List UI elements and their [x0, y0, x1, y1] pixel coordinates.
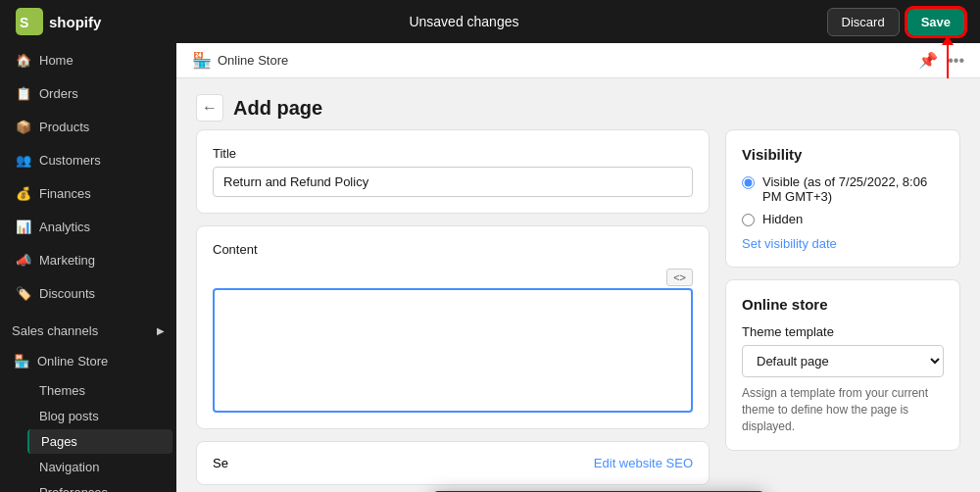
- source-button[interactable]: <>: [666, 269, 693, 286]
- online-store-label: Online Store: [37, 354, 108, 369]
- preferences-label: Preferences: [39, 485, 108, 492]
- discard-button[interactable]: Discard: [827, 8, 900, 36]
- topbar-actions: Discard Save: [827, 8, 964, 36]
- store-icon: 🏪: [192, 51, 212, 70]
- blog-posts-label: Blog posts: [39, 409, 99, 423]
- sidebar-item-navigation[interactable]: Navigation: [27, 455, 172, 479]
- layout: 🏠 Home 📋 Orders 📦 Products 👥 Customers 💰…: [0, 43, 980, 492]
- sidebar-item-customers[interactable]: 👥 Customers: [4, 144, 172, 175]
- theme-template-select[interactable]: Default page: [742, 345, 944, 377]
- save-button[interactable]: Save: [907, 9, 964, 35]
- online-store-card: Online store Theme template Default page…: [725, 279, 960, 451]
- orders-icon: 📋: [16, 85, 31, 101]
- title-input[interactable]: [213, 167, 693, 197]
- breadcrumb-text: Online Store: [218, 53, 288, 68]
- radio-visible-label: Visible (as of 7/25/2022, 8:06 PM GMT+3): [762, 174, 944, 204]
- sidebar-item-home[interactable]: 🏠 Home: [4, 44, 172, 75]
- finances-icon: 💰: [16, 185, 31, 201]
- side-panel: Visibility Visible (as of 7/25/2022, 8:0…: [725, 129, 960, 492]
- svg-text:S: S: [20, 15, 28, 30]
- radio-visible: Visible (as of 7/25/2022, 8:06 PM GMT+3): [742, 174, 944, 204]
- customers-icon: 👥: [16, 152, 31, 168]
- sidebar-item-analytics[interactable]: 📊 Analytics: [4, 211, 172, 242]
- sales-channels-label: Sales channels: [12, 323, 98, 338]
- breadcrumb-actions: 📌 •••: [918, 51, 964, 70]
- theme-template-label: Theme template: [742, 324, 944, 339]
- sidebar-item-marketing[interactable]: 📣 Marketing: [4, 244, 172, 275]
- sidebar-item-customers-label: Customers: [39, 153, 101, 168]
- sidebar-item-products-label: Products: [39, 120, 89, 134]
- sidebar-sub: Themes Blog posts Pages Navigation Prefe…: [0, 377, 176, 492]
- pages-label: Pages: [41, 434, 77, 449]
- marketing-icon: 📣: [16, 252, 31, 268]
- navigation-label: Navigation: [39, 460, 99, 474]
- themes-label: Themes: [39, 383, 85, 398]
- breadcrumb: 🏪 Online Store: [192, 51, 288, 70]
- discounts-icon: 🏷️: [16, 285, 31, 301]
- home-icon: 🏠: [16, 52, 31, 68]
- radio-hidden-label: Hidden: [762, 212, 803, 226]
- visibility-title: Visibility: [742, 146, 944, 163]
- main-panel: Title Content <>: [196, 129, 710, 492]
- sidebar-item-blog-posts[interactable]: Blog posts: [27, 404, 172, 428]
- shopify-logo: S shopify: [16, 8, 101, 35]
- visibility-link[interactable]: Set visibility date: [742, 236, 837, 251]
- topbar: S shopify Unsaved changes Discard Save: [0, 0, 980, 43]
- breadcrumb-bar: 🏪 Online Store 📌 •••: [176, 43, 980, 78]
- main-content: 🏪 Online Store 📌 ••• ← Add page Title: [176, 43, 980, 492]
- sidebar: 🏠 Home 📋 Orders 📦 Products 👥 Customers 💰…: [0, 43, 176, 492]
- sidebar-item-orders-label: Orders: [39, 86, 78, 101]
- content-textarea-wrapper: [213, 288, 693, 413]
- content-label: Content: [213, 242, 258, 257]
- sidebar-item-themes[interactable]: Themes: [27, 378, 172, 403]
- sidebar-item-home-label: Home: [39, 53, 74, 68]
- sidebar-item-pages[interactable]: Pages: [27, 429, 172, 454]
- logo-text: shopify: [49, 14, 101, 30]
- content-toolbar: <>: [213, 269, 693, 286]
- radio-hidden: Hidden: [742, 212, 944, 226]
- seo-section: Se Edit website SEO: [196, 441, 710, 485]
- sidebar-item-products[interactable]: 📦 Products: [4, 111, 172, 142]
- online-store-helper: Assign a template from your current them…: [742, 385, 944, 434]
- sales-channels-chevron: ▶: [157, 325, 165, 336]
- content-field-header: Content: [213, 242, 693, 263]
- page-title: Add page: [233, 97, 322, 120]
- seo-link[interactable]: Edit website SEO: [594, 456, 693, 470]
- title-card: Title: [196, 129, 710, 214]
- title-label: Title: [213, 146, 693, 161]
- sidebar-item-discounts[interactable]: 🏷️ Discounts: [4, 277, 172, 309]
- sidebar-item-finances-label: Finances: [39, 186, 91, 201]
- sales-channels-header[interactable]: Sales channels ▶: [0, 318, 176, 344]
- radio-group: Visible (as of 7/25/2022, 8:06 PM GMT+3)…: [742, 174, 944, 226]
- sidebar-item-online-store[interactable]: 🏪 Online Store: [4, 345, 172, 376]
- sidebar-item-analytics-label: Analytics: [39, 220, 90, 234]
- content-card: Content <> Emoji Win+Period: [196, 225, 710, 429]
- sidebar-item-finances[interactable]: 💰 Finances: [4, 177, 172, 209]
- online-store-card-title: Online store: [742, 296, 944, 313]
- topbar-left: S shopify: [16, 8, 101, 35]
- back-button[interactable]: ←: [196, 94, 223, 122]
- analytics-icon: 📊: [16, 219, 31, 234]
- pin-icon[interactable]: 📌: [918, 51, 938, 70]
- radio-hidden-input[interactable]: [742, 214, 755, 226]
- seo-title: Se: [213, 456, 228, 470]
- visibility-card: Visibility Visible (as of 7/25/2022, 8:0…: [725, 129, 960, 268]
- online-store-icon: 🏪: [14, 353, 29, 369]
- page-header: ← Add page: [176, 78, 980, 129]
- sidebar-item-discounts-label: Discounts: [39, 286, 95, 301]
- products-icon: 📦: [16, 119, 31, 134]
- sidebar-item-orders[interactable]: 📋 Orders: [4, 77, 172, 109]
- more-icon[interactable]: •••: [948, 52, 964, 70]
- radio-visible-input[interactable]: [742, 176, 755, 189]
- topbar-title: Unsaved changes: [409, 14, 518, 29]
- sidebar-item-marketing-label: Marketing: [39, 253, 95, 268]
- content-area: Title Content <>: [176, 129, 980, 492]
- content-textarea[interactable]: [215, 290, 691, 408]
- sidebar-item-preferences[interactable]: Preferences: [27, 480, 172, 492]
